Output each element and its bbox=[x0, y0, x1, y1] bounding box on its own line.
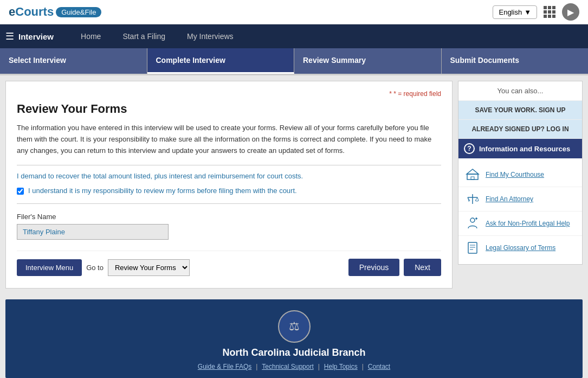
svg-point-5 bbox=[470, 218, 475, 222]
page-title: Review Your Forms bbox=[17, 102, 441, 116]
footer-title: North Carolina Judicial Branch bbox=[11, 347, 577, 358]
footer-link-support[interactable]: Technical Support bbox=[257, 363, 318, 370]
sidebar-link-nonprofit[interactable]: Ask for Non-Profit Legal Help bbox=[458, 212, 582, 236]
footer-link-contact[interactable]: Contact bbox=[364, 363, 395, 370]
top-header: eCourts Guide&File English ▼ ▶ bbox=[0, 0, 588, 24]
content-area: * * = required field Review Your Forms T… bbox=[5, 81, 453, 289]
hamburger-icon[interactable]: ☰ bbox=[5, 30, 14, 42]
logo-guide: Guide&File bbox=[56, 7, 101, 17]
next-button[interactable]: Next bbox=[404, 259, 441, 276]
intro-text: The information you have entered in this… bbox=[17, 123, 441, 156]
sidebar-link-text-courthouse: Find My Courthouse bbox=[486, 171, 544, 178]
footer: ⚖ North Carolina Judicial Branch Guide &… bbox=[5, 299, 583, 378]
footer-seal: ⚖ bbox=[278, 310, 311, 343]
svg-marker-1 bbox=[467, 169, 479, 174]
divider-2 bbox=[17, 203, 441, 204]
tab-complete-interview[interactable]: Complete Interview bbox=[147, 48, 295, 74]
save-signup-button[interactable]: SAVE YOUR WORK. SIGN UP bbox=[458, 101, 582, 120]
courthouse-icon bbox=[465, 167, 480, 182]
footer-links: Guide & File FAQs | Technical Support | … bbox=[11, 363, 577, 370]
language-label: English bbox=[499, 8, 522, 16]
logo-area: eCourts Guide&File bbox=[9, 5, 101, 19]
nav-links: Home Start a Filing My Interviews bbox=[70, 25, 244, 47]
required-text: * = required field bbox=[393, 90, 441, 98]
nav-section-label: Interview bbox=[18, 32, 54, 41]
divider-1 bbox=[17, 165, 441, 165]
document-icon bbox=[465, 240, 480, 255]
nav-my-interviews[interactable]: My Interviews bbox=[176, 25, 244, 47]
logo-ecourts: eCourts bbox=[9, 5, 54, 19]
info-icon: ? bbox=[464, 143, 475, 154]
required-note: * * = required field bbox=[17, 90, 441, 98]
language-button[interactable]: English ▼ bbox=[493, 5, 537, 19]
header-right: English ▼ ▶ bbox=[493, 3, 579, 21]
tab-review-summary[interactable]: Review Summary bbox=[294, 48, 442, 74]
sidebar-link-courthouse[interactable]: Find My Courthouse bbox=[458, 163, 582, 187]
scales-icon bbox=[465, 191, 480, 207]
user-icon[interactable]: ▶ bbox=[562, 3, 579, 21]
person-help-icon bbox=[465, 216, 480, 231]
goto-label: Go to bbox=[86, 264, 104, 272]
info-header-label: Information and Resources bbox=[479, 145, 570, 153]
footer-link-help[interactable]: Help Topics bbox=[320, 363, 362, 370]
interview-menu-button[interactable]: Interview Menu bbox=[17, 259, 82, 276]
nav-home[interactable]: Home bbox=[70, 25, 112, 47]
step-tabs: Select Interview Complete Interview Revi… bbox=[0, 48, 588, 75]
filer-name-input[interactable] bbox=[17, 224, 169, 240]
tab-submit-documents[interactable]: Submit Documents bbox=[442, 48, 589, 74]
grid-icon[interactable] bbox=[541, 4, 558, 20]
previous-button[interactable]: Previous bbox=[348, 259, 399, 276]
responsibility-checkbox-row: I understand it is my responsibility to … bbox=[17, 187, 441, 195]
sidebar: You can also... SAVE YOUR WORK. SIGN UP … bbox=[458, 81, 583, 289]
responsibility-checkbox[interactable] bbox=[17, 188, 24, 195]
svg-rect-8 bbox=[468, 242, 477, 253]
filer-name-section: Filer's Name bbox=[17, 213, 441, 240]
sidebar-you-can-also: You can also... bbox=[458, 81, 582, 101]
checkbox-label: I understand it is my responsibility to … bbox=[28, 187, 297, 195]
filer-name-label: Filer's Name bbox=[17, 213, 441, 221]
sidebar-link-text-glossary: Legal Glossary of Terms bbox=[486, 244, 555, 252]
sidebar-info-header: ? Information and Resources bbox=[458, 139, 582, 158]
statement-text: I demand to recover the total amount lis… bbox=[17, 172, 441, 180]
sidebar-link-glossary[interactable]: Legal Glossary of Terms bbox=[458, 236, 582, 260]
sidebar-link-text-attorney: Find An Attorney bbox=[486, 195, 533, 203]
sidebar-card: You can also... SAVE YOUR WORK. SIGN UP … bbox=[458, 81, 583, 265]
sidebar-link-text-nonprofit: Ask for Non-Profit Legal Help bbox=[486, 220, 570, 227]
goto-select[interactable]: Review Your Forms Select Interview Compl… bbox=[108, 259, 190, 276]
footer-link-faqs[interactable]: Guide & File FAQs bbox=[193, 363, 256, 370]
sidebar-link-attorney[interactable]: Find An Attorney bbox=[458, 187, 582, 212]
bottom-nav: Interview Menu Go to Review Your Forms S… bbox=[17, 251, 441, 279]
tab-select-interview[interactable]: Select Interview bbox=[0, 48, 147, 74]
chevron-down-icon: ▼ bbox=[524, 8, 531, 16]
main-layout: * * = required field Review Your Forms T… bbox=[0, 75, 588, 294]
already-signed-in-button[interactable]: ALREADY SIGNED UP? LOG IN bbox=[458, 120, 582, 139]
sidebar-links: Find My Courthouse Find An Attorney bbox=[458, 158, 582, 264]
nav-start-filing[interactable]: Start a Filing bbox=[112, 25, 176, 47]
nav-bar: ☰ Interview Home Start a Filing My Inter… bbox=[0, 24, 588, 48]
